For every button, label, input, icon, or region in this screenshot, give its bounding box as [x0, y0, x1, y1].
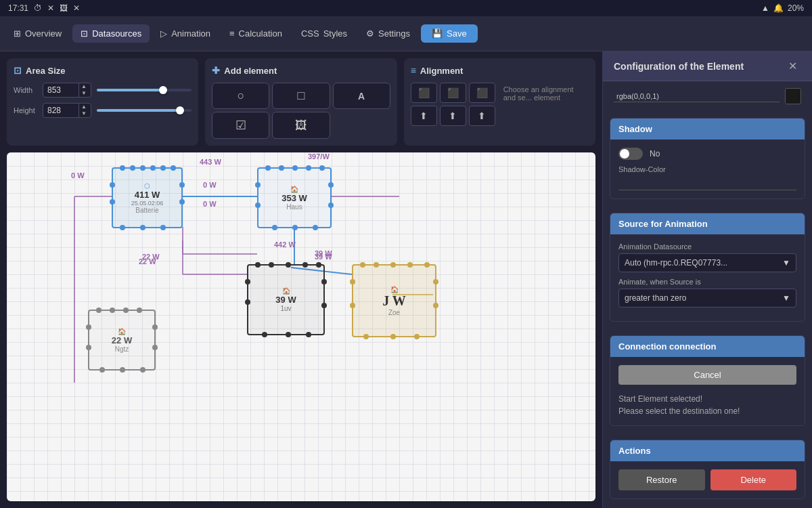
height-slider[interactable] — [97, 109, 191, 112]
label-22w: 22 W — [139, 257, 156, 266]
cancel-button[interactable]: Cancel — [618, 365, 796, 385]
canvas-area[interactable]: 0 W 443 W 397/W 0 W 0 W 442 W 22 W 39 W … — [7, 152, 595, 501]
label-0w-mid2: 0 W — [203, 200, 217, 208]
save-button[interactable]: 💾 Save — [421, 24, 478, 43]
align-left-button[interactable]: ⬛ — [411, 83, 437, 103]
shadow-toggle[interactable] — [618, 148, 643, 160]
close-config-button[interactable]: ✕ — [784, 58, 801, 74]
connection-header: Connection connection — [610, 336, 805, 357]
add-element-icon: ✚ — [212, 65, 220, 76]
haus-element[interactable]: 🏠 353 W Haus — [257, 167, 332, 228]
save-label: Save — [447, 28, 467, 39]
width-slider[interactable] — [97, 89, 191, 91]
settings-button[interactable]: ⚙ Settings — [358, 24, 418, 43]
width-up[interactable]: ▲ — [79, 83, 89, 90]
label-0w-mid1: 0 W — [203, 181, 217, 189]
add-checkbox-button[interactable]: ☑ — [212, 112, 269, 139]
gold-sub: Zoe — [388, 309, 400, 316]
datasources-button[interactable]: ⊡ Datasources — [72, 24, 150, 43]
animation-icon: ▷ — [160, 28, 167, 39]
align-center-button[interactable]: ⬛ — [440, 83, 466, 103]
height-down[interactable]: ▼ — [79, 110, 89, 117]
align-top-button[interactable]: ⬆ — [411, 106, 437, 126]
small-left-icon: 🏠 — [118, 328, 126, 335]
align-middle-button[interactable]: ⬆ — [440, 106, 466, 126]
align-right-button[interactable]: ⬛ — [469, 83, 495, 103]
status-left: 17:31 ⏱ ✕ 🖼 ✕ — [8, 3, 80, 13]
restore-button[interactable]: Restore — [618, 469, 705, 490]
gold-element[interactable]: 🏠 J W Zoe — [352, 264, 436, 337]
batterie-sub: 25.05.02:06 — [131, 200, 164, 207]
width-input[interactable]: 853 — [43, 83, 78, 97]
shadow-color-row: Shadow-Color — [618, 165, 796, 190]
color-input[interactable]: rgba(0,0,0,1) — [614, 91, 780, 102]
when-source-dropdown[interactable]: greater than zero ▼ — [618, 289, 796, 308]
small-element-left[interactable]: 🏠 22 W Ngtz — [88, 310, 156, 371]
add-rect-button[interactable]: □ — [272, 83, 330, 109]
chevron-down-icon: ▼ — [782, 258, 790, 268]
area-size-header: ⊡ Area Size — [14, 65, 191, 76]
when-source-label: Animate, when Source is — [618, 278, 796, 286]
batterie-element[interactable]: ⬡ 411 W 25.05.02:06 Batterie — [112, 167, 183, 228]
height-up[interactable]: ▲ — [79, 104, 89, 110]
add-text-button[interactable]: A — [333, 83, 390, 109]
h-align-row: ⬛ ⬛ ⬛ — [411, 83, 495, 103]
add-element-panel: ✚ Add element ○ □ A ☑ 🖼 — [205, 58, 397, 146]
animation-label: Animation — [171, 28, 210, 39]
styles-icon: CSS — [301, 28, 319, 39]
color-row: rgba(0,0,0,1) — [614, 88, 801, 104]
styles-button[interactable]: CSS Styles — [293, 24, 355, 43]
delete-button[interactable]: Delete — [710, 469, 797, 490]
height-row: Height 828 ▲ ▼ — [14, 103, 191, 118]
overview-label: Overview — [25, 28, 62, 39]
datasource-value: Auto (hm-rpc.0.REQ07773... — [625, 258, 782, 268]
height-input-wrap[interactable]: 828 ▲ ▼ — [43, 103, 91, 118]
color-preview[interactable] — [785, 88, 801, 104]
calculation-label: Calculation — [239, 28, 282, 39]
image-icon: 🖼 — [60, 3, 68, 13]
grid-icon: ⊞ — [14, 28, 21, 39]
add-circle-button[interactable]: ○ — [212, 83, 269, 109]
save-icon: 💾 — [432, 28, 443, 39]
shadow-body: No Shadow-Color — [610, 140, 805, 198]
black-value: 39 W — [275, 295, 296, 305]
v-align-row: ⬆ ⬆ ⬆ — [411, 106, 495, 126]
align-bottom-button[interactable]: ⬆ — [469, 106, 495, 126]
width-input-wrap[interactable]: 853 ▲ ▼ — [43, 83, 91, 98]
haus-name: Haus — [286, 203, 302, 211]
datasource-label: Animation Datasource — [618, 242, 796, 251]
datasource-row: Animation Datasource Auto (hm-rpc.0.REQ0… — [618, 242, 796, 272]
width-spinners: ▲ ▼ — [78, 83, 89, 97]
area-size-icon: ⊡ — [14, 65, 22, 76]
datasource-dropdown[interactable]: Auto (hm-rpc.0.REQ07773... ▼ — [618, 253, 796, 272]
datasources-icon: ⊡ — [81, 28, 88, 39]
height-input[interactable]: 828 — [43, 104, 78, 117]
animation-button[interactable]: ▷ Animation — [152, 24, 219, 43]
x-icon: ✕ — [47, 3, 54, 13]
calculation-button[interactable]: ≡ Calculation — [221, 24, 290, 43]
black-icon: 🏠 — [282, 287, 290, 295]
label-0w-left: 0 W — [71, 171, 85, 179]
alarm-icon: 🔔 — [773, 3, 784, 13]
connection-info-line1: Start Element selected! — [618, 393, 796, 405]
when-source-row: Animate, when Source is greater than zer… — [618, 278, 796, 308]
overview-button[interactable]: ⊞ Overview — [5, 24, 70, 43]
add-image-button[interactable]: 🖼 — [272, 112, 330, 139]
shadow-color-label: Shadow-Color — [618, 165, 796, 173]
shadow-color-input[interactable] — [618, 176, 796, 190]
width-row: Width 853 ▲ ▼ — [14, 83, 191, 98]
right-panel: Configuration of the Element ✕ rgba(0,0,… — [602, 51, 812, 508]
label-39w: 39 W — [315, 253, 332, 261]
area-size-panel: ⊡ Area Size Width 853 ▲ ▼ — [7, 58, 198, 146]
haus-icon: 🏠 — [290, 186, 298, 193]
actions-section: Actions Restore Delete — [610, 440, 805, 499]
calculation-icon: ≡ — [229, 28, 235, 39]
black-element[interactable]: 🏠 39 W 1uv — [247, 264, 325, 335]
x2-icon: ✕ — [73, 3, 80, 13]
connection-body: Cancel Start Element selected! Please se… — [610, 357, 805, 425]
label-442w: 442 W — [274, 240, 296, 249]
gold-icon: 🏠 — [390, 286, 399, 293]
shadow-toggle-knob — [620, 149, 629, 158]
width-down[interactable]: ▼ — [79, 90, 89, 97]
actions-header: Actions — [610, 440, 805, 461]
